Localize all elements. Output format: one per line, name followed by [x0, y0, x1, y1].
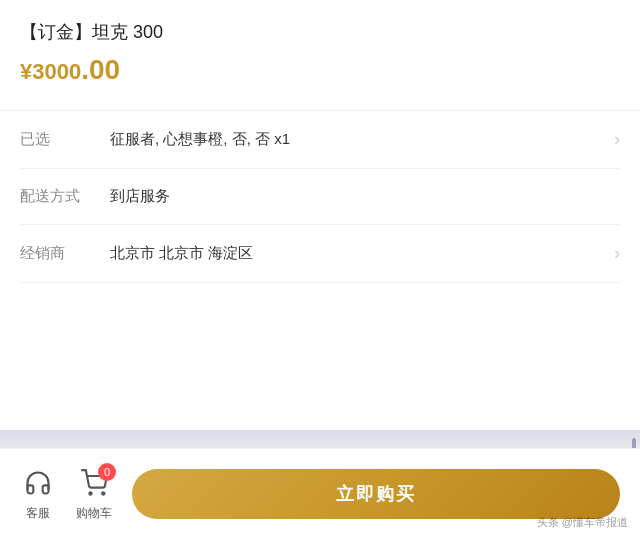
- selected-value: 征服者, 心想事橙, 否, 否 x1: [110, 130, 606, 149]
- service-icon-item[interactable]: 客服: [20, 465, 56, 522]
- selected-row[interactable]: 已选 征服者, 心想事橙, 否, 否 x1 ›: [20, 111, 620, 169]
- product-title: 【订金】坦克 300: [20, 20, 620, 44]
- delivery-row: 配送方式 到店服务: [20, 169, 620, 225]
- delivery-label: 配送方式: [20, 187, 110, 206]
- selected-chevron-icon: ›: [614, 129, 620, 150]
- dealer-row[interactable]: 经销商 北京市 北京市 海淀区 ›: [20, 225, 620, 283]
- delivery-value: 到店服务: [110, 187, 620, 206]
- price-currency: ¥3000: [20, 59, 81, 84]
- price-cents: .00: [81, 54, 120, 85]
- product-price: ¥3000.00: [20, 54, 620, 86]
- svg-point-1: [102, 492, 104, 494]
- svg-point-0: [89, 492, 91, 494]
- selected-label: 已选: [20, 130, 110, 149]
- headset-icon: [24, 469, 52, 497]
- cart-badge: 0: [98, 463, 116, 481]
- cart-icon-wrapper: 0: [76, 465, 112, 501]
- dealer-value: 北京市 北京市 海淀区: [110, 244, 606, 263]
- cart-icon-item[interactable]: 0 购物车: [76, 465, 112, 522]
- watermark: 头条 @懂车帝报道: [537, 515, 628, 530]
- service-label: 客服: [26, 505, 50, 522]
- main-content: 【订金】坦克 300 ¥3000.00 已选 征服者, 心想事橙, 否, 否 x…: [0, 0, 640, 430]
- cart-label: 购物车: [76, 505, 112, 522]
- bottom-icons: 客服 0 购物车: [20, 465, 112, 522]
- dealer-label: 经销商: [20, 244, 110, 263]
- buy-button[interactable]: 立即购买: [132, 469, 620, 519]
- service-icon-wrapper: [20, 465, 56, 501]
- dealer-chevron-icon: ›: [614, 243, 620, 264]
